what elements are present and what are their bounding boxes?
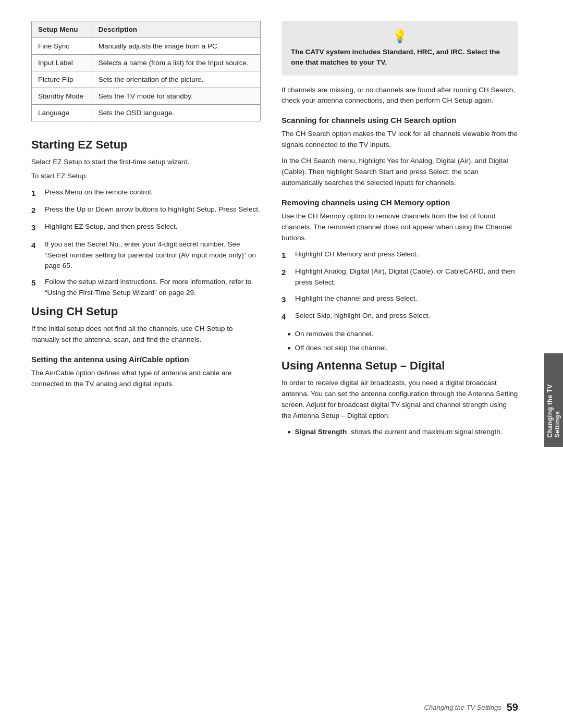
step-text: Highlight Analog, Digital (Air), Digital… — [295, 266, 518, 288]
table-cell-menu: Language — [32, 105, 92, 121]
table-cell-desc: Selects a name (from a list) for the Inp… — [92, 55, 260, 71]
ez-setup-intro: Select EZ Setup to start the first-time … — [31, 157, 261, 168]
ch-setup-title: Using CH Setup — [31, 305, 261, 318]
antenna-digital-title: Using Antenna Setup – Digital — [282, 359, 518, 373]
footer-text: Changing the TV Settings — [424, 704, 501, 711]
lightbulb-icon: 💡 — [291, 29, 509, 44]
step-text: Press the Up or Down arrow buttons to hi… — [45, 204, 260, 215]
ez-setup-steps: 1Press Menu on the remote control.2Press… — [31, 187, 261, 299]
removing-steps: 1Highlight CH Memory and press Select.2H… — [282, 249, 518, 323]
list-item: 2Press the Up or Down arrow buttons to h… — [31, 204, 261, 216]
step-text: Follow the setup wizard instructions. Fo… — [45, 277, 261, 299]
step-text: Highlight CH Memory and press Select. — [295, 249, 418, 260]
antenna-bullets: Signal Strength shows the current and ma… — [288, 427, 518, 438]
antenna-subsection-text: The Air/Cable option defines what type o… — [31, 368, 261, 390]
scanning-title: Scanning for channels using CH Search op… — [282, 116, 518, 125]
step-number: 3 — [282, 293, 291, 305]
table-row: LanguageSets the OSD language. — [32, 105, 261, 121]
table-header-menu: Setup Menu — [32, 21, 92, 38]
page-footer: Changing the TV Settings 59 — [0, 701, 544, 713]
list-item: Signal Strength shows the current and ma… — [288, 427, 518, 438]
sidebar-tab: Changing the TV Settings — [544, 353, 563, 447]
list-item: 5Follow the setup wizard instructions. F… — [31, 277, 261, 299]
list-item: 4If you set the Secret No., enter your 4… — [31, 239, 261, 272]
table-cell-menu: Picture Flip — [32, 71, 92, 88]
table-row: Standby ModeSets the TV mode for standby… — [32, 88, 261, 105]
table-cell-menu: Input Label — [32, 55, 92, 71]
step-text: Select Skip, highlight On, and press Sel… — [295, 311, 430, 322]
list-item: 3Highlight the channel and press Select. — [282, 293, 518, 305]
step-text: Press Menu on the remote control. — [45, 187, 153, 198]
antenna-digital-intro: In order to receive digital air broadcas… — [282, 378, 518, 422]
removing-title: Removing channels using CH Memory option — [282, 198, 518, 207]
step-number: 4 — [282, 311, 291, 323]
step-number: 5 — [31, 277, 41, 289]
tip-box: 💡 The CATV system includes Standard, HRC… — [282, 21, 518, 76]
table-header-desc: Description — [92, 21, 260, 38]
table-cell-desc: Sets the orientation of the picture. — [92, 71, 260, 88]
step-text: If you set the Secret No., enter your 4-… — [45, 239, 261, 272]
footer-page-number: 59 — [507, 701, 518, 713]
ez-setup-title: Starting EZ Setup — [31, 138, 261, 152]
table-row: Picture FlipSets the orientation of the … — [32, 71, 261, 88]
right-column: 💡 The CATV system includes Standard, HRC… — [282, 21, 518, 697]
ch-search-intro: If channels are missing, or no channels … — [282, 85, 518, 107]
list-item: 2Highlight Analog, Digital (Air), Digita… — [282, 266, 518, 288]
step-text: Highlight the channel and press Select. — [295, 293, 417, 304]
table-cell-desc: Manually adjusts the image from a PC. — [92, 38, 260, 55]
table-row: Fine SyncManually adjusts the image from… — [32, 38, 261, 55]
tip-text: The CATV system includes Standard, HRC, … — [291, 47, 509, 68]
setup-table: Setup Menu Description Fine SyncManually… — [31, 21, 261, 121]
bullet-bold: Signal Strength — [295, 427, 347, 438]
step-number: 2 — [282, 266, 291, 278]
step-number: 1 — [31, 187, 41, 199]
antenna-subsection-title: Setting the antenna using Air/Cable opti… — [31, 355, 261, 364]
ch-setup-intro: If the initial setup does not find all t… — [31, 324, 261, 346]
table-cell-menu: Standby Mode — [32, 88, 92, 105]
left-column: Setup Menu Description Fine SyncManually… — [31, 21, 261, 697]
list-item: 3Highlight EZ Setup, and then press Sele… — [31, 221, 261, 233]
list-item: 1Highlight CH Memory and press Select. — [282, 249, 518, 261]
list-item: 4Select Skip, highlight On, and press Se… — [282, 311, 518, 323]
scanning-para2: In the CH Search menu, highlight Yes for… — [282, 156, 518, 189]
table-cell-desc: Sets the TV mode for standby. — [92, 88, 260, 105]
removing-intro: Use the CH Memory option to remove chann… — [282, 211, 518, 244]
ez-setup-to-start: To start EZ Setup: — [31, 171, 261, 182]
list-item: 1Press Menu on the remote control. — [31, 187, 261, 199]
scanning-para1: The CH Search option makes the TV look f… — [282, 129, 518, 151]
list-item: On removes the channel. — [288, 329, 518, 340]
list-item: Off does not skip the channel. — [288, 343, 518, 354]
table-cell-menu: Fine Sync — [32, 38, 92, 55]
step-text: Highlight EZ Setup, and then press Selec… — [45, 221, 177, 232]
step-number: 3 — [31, 221, 41, 233]
table-row: Input LabelSelects a name (from a list) … — [32, 55, 261, 71]
step-number: 4 — [31, 239, 41, 251]
table-cell-desc: Sets the OSD language. — [92, 105, 260, 121]
step-number: 1 — [282, 249, 291, 261]
removing-bullets: On removes the channel.Off does not skip… — [288, 329, 518, 354]
step-number: 2 — [31, 204, 41, 216]
